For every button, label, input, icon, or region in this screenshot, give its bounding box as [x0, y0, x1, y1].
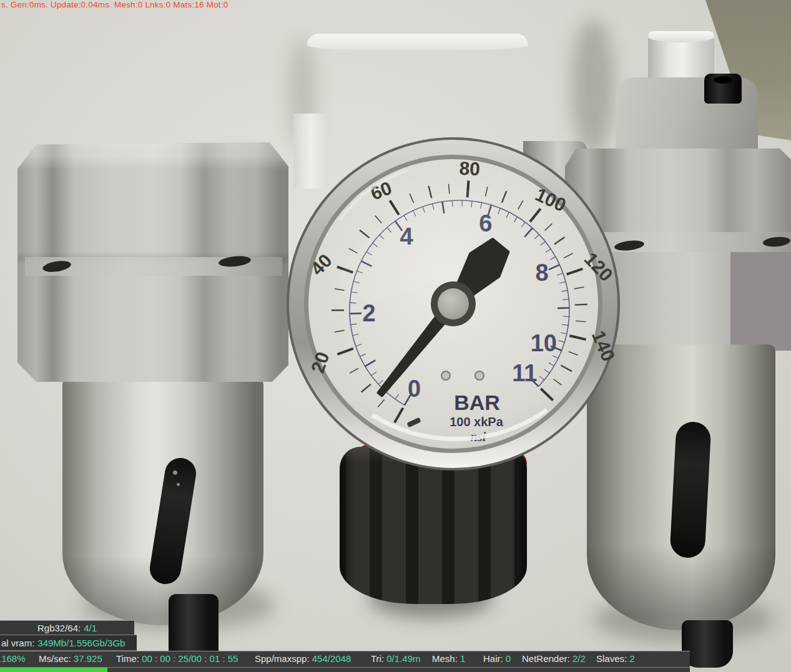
- gauge-sub-label: 100 xkPa: [450, 415, 504, 429]
- dial-screw: [441, 371, 450, 380]
- status-item: Hair: 0: [483, 654, 511, 663]
- lubricator-sight-window: [669, 421, 711, 559]
- regulator-white-cap: [307, 34, 528, 147]
- grommet-hole: [714, 76, 732, 84]
- inner-scale-label: 8: [535, 260, 548, 286]
- render-progress-fill: [0, 668, 107, 672]
- render-stats-top: s. Gen:0ms. Update:0.04ms. Mesh:0 Lnks:0…: [1, 1, 228, 9]
- render-status-bar: .168% Ms/sec: 37.925Time: 00 : 00 : 25/0…: [0, 651, 690, 667]
- inner-scale-label: 0: [408, 376, 421, 402]
- status-item: Tri: 0/1.49m: [371, 654, 420, 663]
- status-item: Slaves: 2: [596, 654, 635, 663]
- progress-percent: .168%: [0, 654, 26, 663]
- gauge-tick: [350, 303, 356, 303]
- status-item: NetRender: 2/2: [522, 654, 586, 663]
- outer-scale-label: 80: [459, 158, 481, 179]
- gauge-tick: [350, 313, 361, 314]
- inner-scale-label: 2: [363, 300, 376, 326]
- render-viewport: 20406080100120140 024681011 BAR 100 xkPa…: [0, 0, 791, 672]
- rgb-depth-label: Rgb32/64:: [37, 623, 81, 633]
- status-item: Spp/maxspp: 454/2048: [255, 654, 351, 663]
- gauge-unit-label: BAR: [454, 391, 500, 414]
- inner-scale-label: 11: [512, 360, 537, 386]
- needle-hub: [438, 288, 469, 319]
- window-reflection-dot: [177, 483, 180, 486]
- pressure-gauge: 20406080100120140 024681011 BAR 100 xkPa…: [285, 134, 623, 475]
- render-progress-bar: [0, 667, 690, 672]
- regulator-white-cap-top: [307, 34, 528, 50]
- rgb-depth-value: 4/1: [84, 623, 97, 633]
- status-item: Time: 00 : 00 : 25/00 : 01 : 55: [116, 654, 238, 663]
- gauge-tick: [563, 316, 569, 317]
- vram-bar: al vram: 349Mb/1.556Gb/3Gb: [0, 635, 137, 651]
- window-reflection-dot: [173, 470, 177, 475]
- lubricator-fill-plug-top: [648, 31, 714, 42]
- status-item: Mesh: 1: [432, 654, 465, 663]
- gauge-tick: [575, 304, 587, 305]
- vram-value: 349Mb/1.556Gb/3Gb: [37, 638, 125, 648]
- rgb-depth-bar: Rgb32/64: 4/1: [0, 620, 134, 635]
- dial-screw: [475, 371, 484, 380]
- status-item: Ms/sec: 37.925: [39, 654, 102, 663]
- inner-scale-label: 10: [531, 330, 557, 356]
- vram-label: al vram:: [1, 638, 34, 648]
